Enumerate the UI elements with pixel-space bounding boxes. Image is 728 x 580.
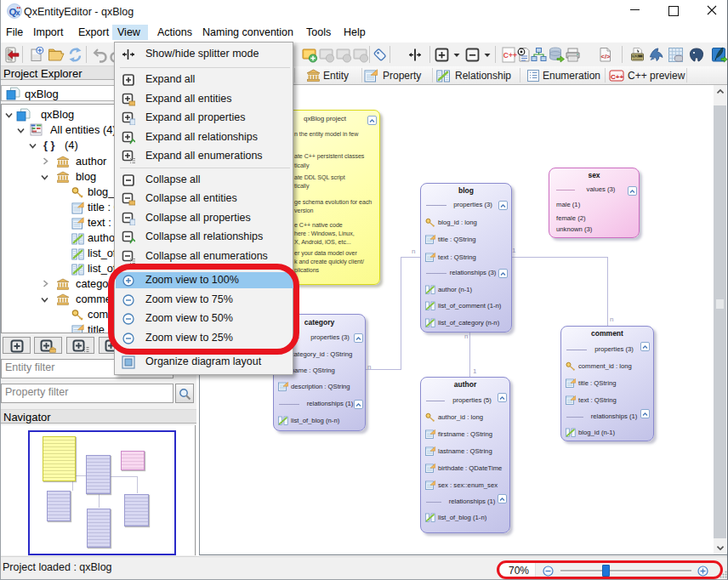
svg-text:</>: </> [601, 53, 611, 60]
svg-text:C++: C++ [611, 73, 623, 81]
svg-text:x: x [16, 9, 20, 17]
svg-text:SQL: SQL [633, 54, 639, 58]
